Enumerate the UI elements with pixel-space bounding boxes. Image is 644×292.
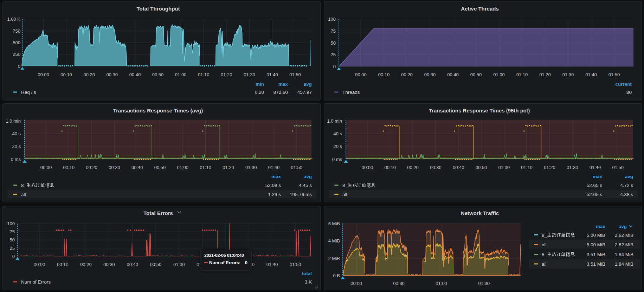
svg-text:Active Threads: Active Threads [461, 6, 499, 12]
svg-text:Num of Errors: Num of Errors [21, 279, 51, 285]
svg-text:01:40: 01:40 [585, 72, 597, 77]
svg-text:100: 100 [328, 17, 336, 22]
svg-text:00:10: 00:10 [60, 72, 72, 77]
svg-text:01:00: 01:00 [173, 262, 185, 267]
svg-text:2 MiB: 2 MiB [328, 256, 340, 261]
svg-text:52.65 s: 52.65 s [587, 192, 603, 197]
svg-text:01:40: 01:40 [266, 72, 278, 77]
svg-text:all: all [542, 261, 547, 267]
svg-text:8_: 8_ [542, 233, 547, 238]
svg-text:3.51 MiB: 3.51 MiB [587, 252, 605, 257]
svg-text:3.51 MiB: 3.51 MiB [587, 261, 605, 267]
svg-text:50: 50 [331, 40, 336, 46]
svg-text:01:10: 01:10 [198, 72, 210, 77]
svg-text:min: min [256, 82, 264, 87]
svg-text:max: max [271, 174, 281, 179]
svg-text:872.60: 872.60 [273, 90, 288, 95]
svg-text:Transactions Response Times (a: Transactions Response Times (avg) [113, 108, 203, 113]
svg-text:100: 100 [7, 221, 15, 226]
svg-text:1.0 min: 1.0 min [327, 118, 342, 124]
svg-text:00:10: 00:10 [63, 165, 75, 170]
svg-text:Total Errors: Total Errors [143, 210, 173, 216]
svg-text:00:40: 00:40 [453, 165, 464, 170]
svg-text:4 MiB: 4 MiB [328, 238, 340, 244]
svg-text:4.38 s: 4.38 s [620, 192, 633, 197]
svg-text:all: all [342, 192, 347, 197]
svg-text:52.08 s: 52.08 s [265, 183, 281, 188]
svg-text:0.20: 0.20 [255, 90, 264, 95]
svg-text:max: max [593, 174, 603, 179]
svg-text:01:10: 01:10 [516, 72, 528, 77]
svg-text:01:20: 01:20 [544, 165, 555, 170]
svg-text:1.84 MiB: 1.84 MiB [615, 252, 633, 257]
svg-text:01:20: 01:20 [223, 165, 234, 170]
svg-text:01:10: 01:10 [521, 165, 533, 170]
svg-text:5.00 MiB: 5.00 MiB [587, 242, 605, 247]
svg-text:00:50: 00:50 [152, 72, 164, 77]
svg-text:00:00: 00:00 [362, 165, 373, 170]
svg-text:8_: 8_ [342, 183, 348, 188]
svg-text:00:30: 00:30 [430, 165, 442, 170]
svg-text:01:30: 01:30 [562, 72, 574, 77]
svg-text:00:00: 00:00 [355, 72, 367, 77]
svg-text:75: 75 [331, 28, 336, 34]
svg-text:2.62 MiB: 2.62 MiB [615, 242, 633, 247]
svg-text:00:50: 00:50 [470, 72, 482, 77]
svg-text:Transactions Response Times (9: Transactions Response Times (95th pct) [429, 108, 530, 113]
svg-text:01:50: 01:50 [290, 262, 301, 267]
svg-text:25: 25 [331, 52, 336, 57]
svg-text:50: 50 [10, 237, 15, 242]
svg-text:00:40: 00:40 [127, 262, 139, 267]
svg-text:01:00: 01:00 [498, 165, 510, 170]
svg-text:75: 75 [10, 229, 15, 234]
svg-text:52.65 s: 52.65 s [587, 183, 603, 188]
svg-text:0 B: 0 B [333, 273, 340, 278]
svg-text:avg: avg [619, 224, 627, 229]
svg-text:00:10: 00:10 [378, 72, 390, 77]
svg-text:40 s: 40 s [333, 131, 342, 136]
svg-text:25: 25 [10, 246, 15, 251]
svg-text:total: total [302, 271, 312, 276]
svg-text:8_: 8_ [542, 252, 547, 257]
svg-text:250: 250 [13, 52, 20, 57]
svg-text:01:40: 01:40 [590, 165, 601, 170]
svg-text:01:40: 01:40 [266, 262, 278, 267]
svg-text:00:50: 00:50 [476, 165, 487, 170]
svg-text:00:30: 00:30 [107, 72, 118, 77]
svg-text:457.97: 457.97 [297, 90, 312, 95]
svg-text:01:30: 01:30 [567, 165, 578, 170]
svg-text:2.62 MiB: 2.62 MiB [615, 233, 633, 238]
svg-text:Network Traffic: Network Traffic [461, 210, 499, 216]
svg-text:1.0 min: 1.0 min [6, 118, 21, 124]
svg-text:0: 0 [333, 64, 336, 69]
svg-text:20 s: 20 s [12, 144, 21, 149]
svg-text:00:00: 00:00 [350, 281, 362, 286]
svg-text:01:50: 01:50 [289, 72, 301, 77]
svg-text:all: all [21, 192, 26, 197]
svg-text:20 s: 20 s [333, 144, 342, 149]
svg-text:01:10: 01:10 [200, 165, 211, 170]
svg-text:40 s: 40 s [12, 131, 21, 136]
svg-text:01:50: 01:50 [608, 72, 620, 77]
svg-text:01:30: 01:30 [478, 281, 490, 286]
svg-text:00:20: 00:20 [80, 262, 92, 267]
svg-text:80: 80 [626, 90, 632, 95]
svg-text:0: 0 [12, 254, 15, 259]
svg-text:avg: avg [304, 82, 312, 87]
svg-text:1.84 MiB: 1.84 MiB [615, 261, 633, 267]
svg-text:00:40: 00:40 [129, 72, 141, 77]
svg-text:0 ms: 0 ms [332, 157, 342, 162]
svg-text:all: all [542, 242, 547, 247]
svg-text:00:00: 00:00 [40, 165, 52, 170]
svg-text:00:30: 00:30 [424, 72, 436, 77]
svg-text:00:20: 00:20 [86, 165, 97, 170]
svg-text:Threads: Threads [342, 90, 360, 95]
svg-text:01:30: 01:30 [245, 165, 257, 170]
svg-text:01:00: 01:00 [175, 72, 187, 77]
svg-text:Total Throughput: Total Throughput [136, 6, 180, 12]
svg-text:8_: 8_ [21, 183, 27, 188]
svg-text:00:20: 00:20 [401, 72, 413, 77]
svg-text:00:40: 00:40 [131, 165, 143, 170]
svg-text:00:30: 00:30 [109, 165, 120, 170]
svg-text:01:40: 01:40 [268, 165, 280, 170]
